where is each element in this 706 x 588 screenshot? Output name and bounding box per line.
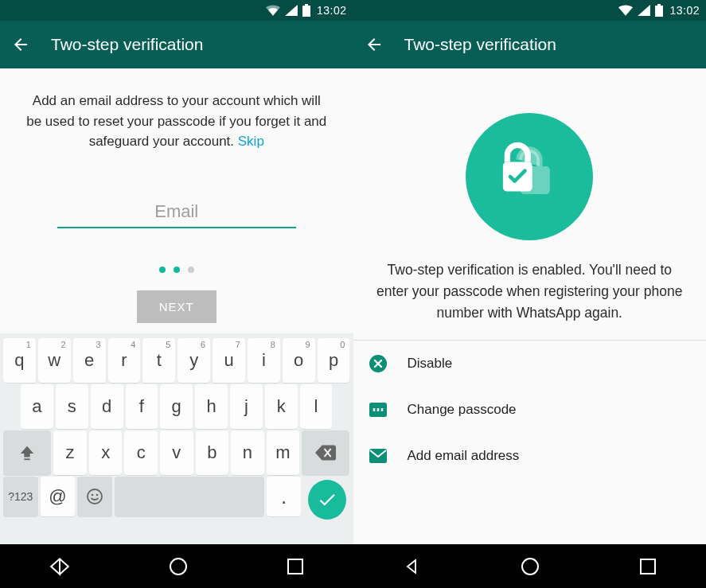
svg-point-6 — [170, 559, 186, 574]
svg-point-5 — [96, 494, 99, 496]
status-time: 13:02 — [315, 4, 347, 17]
svg-rect-19 — [641, 559, 655, 574]
app-bar: Two-step verification — [0, 21, 353, 68]
kb-row-4: ?123 @ . — [3, 477, 350, 520]
nav-home-icon[interactable] — [520, 556, 540, 577]
key-g[interactable]: g — [160, 384, 193, 429]
device-left: 13:02 Two-step verification Add an email… — [0, 0, 353, 588]
key-o[interactable]: o9 — [283, 338, 315, 383]
shift-key[interactable] — [3, 430, 51, 475]
next-button[interactable]: NEXT — [137, 290, 216, 323]
kb-row-3: zxcvbnm — [3, 430, 350, 475]
key-p[interactable]: p0 — [318, 338, 350, 383]
svg-point-3 — [88, 489, 102, 504]
space-key[interactable] — [115, 477, 264, 516]
svg-point-4 — [92, 494, 94, 496]
backspace-key[interactable] — [302, 430, 349, 475]
key-f[interactable]: f — [126, 384, 158, 429]
key-i[interactable]: i8 — [248, 338, 280, 383]
page-title: Two-step verification — [404, 35, 556, 54]
key-r[interactable]: r4 — [108, 338, 141, 383]
option-change-label: Change passcode — [408, 402, 517, 418]
svg-rect-9 — [655, 6, 663, 17]
key-k[interactable]: k — [265, 384, 298, 429]
enter-key[interactable] — [308, 480, 346, 520]
key-l[interactable]: l — [300, 384, 333, 429]
wifi-icon — [618, 5, 633, 16]
app-bar: Two-step verification — [353, 21, 707, 68]
nav-home-icon[interactable] — [168, 556, 189, 577]
svg-rect-1 — [302, 6, 310, 17]
key-t[interactable]: t5 — [142, 338, 175, 383]
nav-recent-icon[interactable] — [639, 558, 657, 575]
lead-text-content: Add an email address to your account whi… — [26, 93, 326, 149]
key-c[interactable]: c — [124, 430, 158, 475]
key-j[interactable]: j — [230, 384, 263, 429]
option-disable-label: Disable — [408, 356, 453, 372]
page-title: Two-step verification — [51, 35, 203, 54]
back-arrow-icon[interactable] — [365, 35, 384, 54]
email-field[interactable] — [57, 198, 296, 228]
soft-keyboard: q1w2e3r4t5y6u7i8o9p0 asdfghjkl zxcvbnm ?… — [0, 333, 353, 544]
passcode-icon — [369, 401, 387, 419]
enabled-message: Two-step verification is enabled. You'll… — [353, 240, 707, 324]
option-change-passcode[interactable]: Change passcode — [353, 387, 707, 433]
cellular-icon — [285, 5, 298, 16]
cellular-icon — [638, 5, 650, 16]
key-e[interactable]: e3 — [73, 338, 106, 383]
symbols-key[interactable]: ?123 — [3, 477, 38, 516]
skip-link[interactable]: Skip — [238, 134, 264, 149]
key-v[interactable]: v — [160, 430, 193, 475]
option-email-label: Add email address — [408, 448, 520, 464]
nav-recent-icon[interactable] — [287, 558, 304, 575]
progress-dot-3 — [188, 267, 194, 273]
lock-badge — [466, 113, 593, 240]
email-field-wrap — [57, 198, 296, 228]
nav-bar — [353, 544, 707, 588]
options-list: Disable Change passcode Add email addres… — [353, 341, 707, 479]
progress-dot-2 — [174, 267, 180, 273]
status-bar: 13:02 — [0, 0, 353, 21]
nav-bar — [0, 544, 353, 588]
nav-back-icon[interactable] — [402, 557, 421, 576]
key-b[interactable]: b — [196, 430, 229, 475]
svg-rect-7 — [288, 559, 302, 574]
progress-dot-1 — [159, 267, 166, 273]
key-y[interactable]: y6 — [177, 338, 210, 383]
kb-row-1: q1w2e3r4t5y6u7i8o9p0 — [3, 338, 350, 383]
lead-text: Add an email address to your account whi… — [0, 68, 353, 152]
battery-icon — [302, 4, 310, 17]
option-disable[interactable]: Disable — [353, 341, 707, 387]
screen-body-right: Two-step verification is enabled. You'll… — [353, 68, 707, 588]
key-s[interactable]: s — [56, 384, 88, 429]
key-n[interactable]: n — [231, 430, 264, 475]
key-q[interactable]: q1 — [3, 338, 36, 383]
key-h[interactable]: h — [195, 384, 228, 429]
svg-rect-8 — [657, 4, 661, 6]
key-w[interactable]: w2 — [38, 338, 71, 383]
wifi-icon — [266, 5, 280, 16]
battery-icon — [655, 4, 663, 17]
lock-check-icon — [493, 140, 566, 213]
key-u[interactable]: u7 — [213, 338, 245, 383]
option-add-email[interactable]: Add email address — [353, 433, 707, 479]
svg-rect-0 — [305, 4, 308, 6]
at-key[interactable]: @ — [41, 477, 76, 516]
progress-dots — [159, 267, 194, 273]
key-x[interactable]: x — [89, 430, 123, 475]
period-key[interactable]: . — [267, 477, 302, 516]
disable-icon — [369, 355, 387, 372]
status-bar: 13:02 — [353, 0, 707, 21]
key-z[interactable]: z — [53, 430, 87, 475]
nav-back-icon[interactable] — [49, 556, 70, 577]
back-arrow-icon[interactable] — [11, 35, 30, 54]
key-a[interactable]: a — [21, 384, 53, 429]
svg-point-18 — [522, 559, 538, 574]
email-icon — [369, 447, 387, 465]
device-right: 13:02 Two-step verification Two-step ver… — [353, 0, 707, 588]
key-m[interactable]: m — [267, 430, 300, 475]
key-d[interactable]: d — [91, 384, 123, 429]
kb-row-2: asdfghjkl — [3, 384, 350, 429]
status-time: 13:02 — [668, 4, 700, 17]
emoji-key[interactable] — [77, 477, 112, 516]
